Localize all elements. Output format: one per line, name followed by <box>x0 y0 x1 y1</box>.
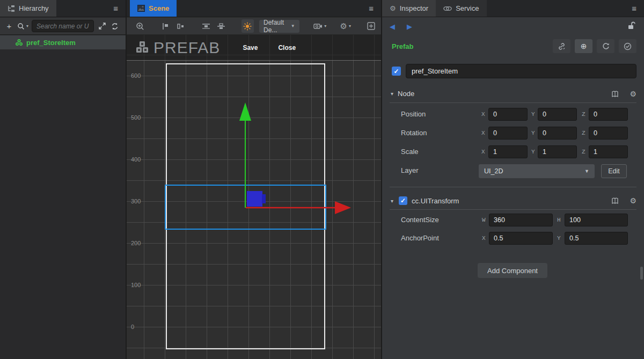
prefab-close-button[interactable]: Close <box>273 44 301 52</box>
rotation-x-input[interactable] <box>488 127 528 140</box>
gizmo-xy-plane-handle[interactable] <box>247 191 262 207</box>
uitransform-collapse-caret-icon[interactable]: ▾ <box>391 198 393 204</box>
gizmo-y-axis-arrowhead[interactable] <box>239 102 251 121</box>
axis-y-label: Y <box>531 127 535 140</box>
refresh-button[interactable] <box>110 20 120 32</box>
hierarchy-tree: pref_StoreItem <box>0 35 126 359</box>
sun-icon <box>243 22 252 31</box>
prefab-unlink-button[interactable] <box>553 39 570 53</box>
position-z-input[interactable] <box>589 108 628 121</box>
align-left-button[interactable] <box>160 20 170 32</box>
uitransform-gear-icon[interactable]: ⚙ <box>630 196 636 205</box>
align-middle-v-icon <box>217 23 225 30</box>
rotation-z-input[interactable] <box>589 127 628 140</box>
gizmo-x-axis-arrowhead[interactable] <box>335 201 351 214</box>
scene-tabbar: Scene ≡ <box>127 0 381 17</box>
node-collapse-caret-icon[interactable]: ▾ <box>391 91 393 97</box>
scene-panel-menu-icon[interactable]: ≡ <box>361 0 381 17</box>
axis-w-label: W <box>482 214 486 226</box>
add-component-button[interactable]: Add Component <box>478 263 547 278</box>
rotation-row: Rotation X Y Z <box>382 127 644 141</box>
node-gear-icon[interactable]: ⚙ <box>630 90 636 98</box>
tab-scene[interactable]: Scene <box>130 0 177 17</box>
restore-icon <box>602 42 610 50</box>
zoom-in-icon <box>136 22 144 31</box>
layer-edit-button[interactable]: Edit <box>601 164 627 178</box>
transform-gizmo <box>127 35 381 359</box>
contentsize-h-input[interactable] <box>565 214 628 226</box>
node-section-header[interactable]: ▾ Node <box>391 90 414 98</box>
axis-h-label: H <box>557 214 561 226</box>
unlock-icon <box>627 21 635 30</box>
hierarchy-panel-menu-icon[interactable]: ≡ <box>106 0 126 17</box>
uitransform-enabled-checkbox[interactable]: ✓ <box>399 196 407 205</box>
lock-inspector-button[interactable] <box>627 21 635 32</box>
position-x-input[interactable] <box>488 108 528 121</box>
camera-view-dropdown-value: Default De... <box>264 19 291 34</box>
layout-grid-button[interactable] <box>366 20 376 32</box>
hierarchy-search-input[interactable] <box>32 20 94 32</box>
check-circle-icon <box>624 42 632 50</box>
anchorpoint-y-input[interactable] <box>565 232 628 245</box>
inspector-gear-icon: ⚙ <box>390 4 396 12</box>
node-name-input[interactable] <box>406 64 636 78</box>
layer-row: Layer UI_2D ▼ Edit <box>382 164 644 178</box>
scene-settings-button[interactable]: ⚙ ▾ <box>341 20 350 32</box>
align-top-button[interactable] <box>201 20 211 32</box>
tab-service-label: Service <box>456 4 479 12</box>
locate-target-icon: ⊕ <box>581 42 587 50</box>
scene-viewport[interactable]: 600 500 400 300 200 100 0 <box>127 35 381 359</box>
prefab-apply-button[interactable] <box>619 39 636 53</box>
create-node-button[interactable]: + <box>4 20 14 32</box>
scale-z-input[interactable] <box>589 145 628 158</box>
rotation-y-input[interactable] <box>538 127 577 140</box>
tree-item-pref-storeitem[interactable]: pref_StoreItem <box>0 35 126 49</box>
align-center-h-icon <box>177 23 185 30</box>
inspector-panel-menu-icon[interactable]: ≡ <box>624 0 644 17</box>
zoom-tool-button[interactable] <box>135 20 145 32</box>
axis-z-label: Z <box>582 127 586 140</box>
divider <box>390 209 636 210</box>
prefab-locate-button[interactable]: ⊕ <box>575 39 592 53</box>
scale-y-input[interactable] <box>538 145 577 158</box>
search-filter-caret-icon: ▾ <box>26 24 28 28</box>
scale-row: Scale X Y Z <box>382 145 644 159</box>
refresh-icon <box>111 23 119 30</box>
anchorpoint-x-input[interactable] <box>489 232 553 245</box>
camera-view-dropdown[interactable]: Default De... ▼ <box>259 20 299 33</box>
tab-inspector[interactable]: ⚙ Inspector <box>382 0 436 17</box>
prefab-mode-banner: PREFAB Save Close <box>127 35 381 61</box>
scale-x-input[interactable] <box>488 145 528 158</box>
search-filter-button[interactable]: ▾ <box>17 20 28 32</box>
tab-hierarchy[interactable]: Hierarchy <box>0 0 56 17</box>
node-help-book-icon[interactable] <box>611 90 619 98</box>
camera-settings-button[interactable]: ▾ <box>315 20 325 32</box>
position-y-input[interactable] <box>538 108 577 121</box>
inspector-scrollbar[interactable] <box>640 267 643 280</box>
axis-x-label: X <box>481 127 485 140</box>
prefab-save-button[interactable]: Save <box>237 44 263 52</box>
align-center-h-button[interactable] <box>175 20 185 32</box>
gizmo-xy-plane-handle-edge[interactable] <box>262 194 266 203</box>
inspector-tabbar: ⚙ Inspector Service ≡ <box>382 0 644 17</box>
tab-service[interactable]: Service <box>436 0 486 17</box>
expand-all-button[interactable] <box>97 20 107 32</box>
uitransform-help-book-icon[interactable] <box>611 196 619 205</box>
history-forward-button[interactable]: ▶ <box>407 23 412 31</box>
align-middle-v-button[interactable] <box>216 20 226 32</box>
uitransform-section-header[interactable]: ▾ ✓ cc.UITransform <box>391 196 459 205</box>
hierarchy-tabbar: Hierarchy ≡ <box>0 0 126 17</box>
uitransform-section-title: cc.UITransform <box>412 197 459 205</box>
prefab-cubes-icon <box>134 40 150 55</box>
axis-y-label: Y <box>531 145 535 158</box>
tab-hierarchy-label: Hierarchy <box>19 4 49 12</box>
scene-toolbar: Default De... ▼ ▾ ⚙ ▾ <box>127 18 381 35</box>
prefab-restore-button[interactable] <box>597 39 614 53</box>
gizmo-light-button[interactable] <box>241 19 254 33</box>
axis-z-label: Z <box>582 145 586 158</box>
node-active-checkbox[interactable]: ✓ <box>392 67 401 76</box>
contentsize-w-input[interactable] <box>489 214 553 226</box>
history-back-button[interactable]: ◀ <box>390 23 395 31</box>
layer-select[interactable]: UI_2D ▼ <box>479 164 595 178</box>
inspector-nav: ◀ ▶ <box>390 23 412 31</box>
